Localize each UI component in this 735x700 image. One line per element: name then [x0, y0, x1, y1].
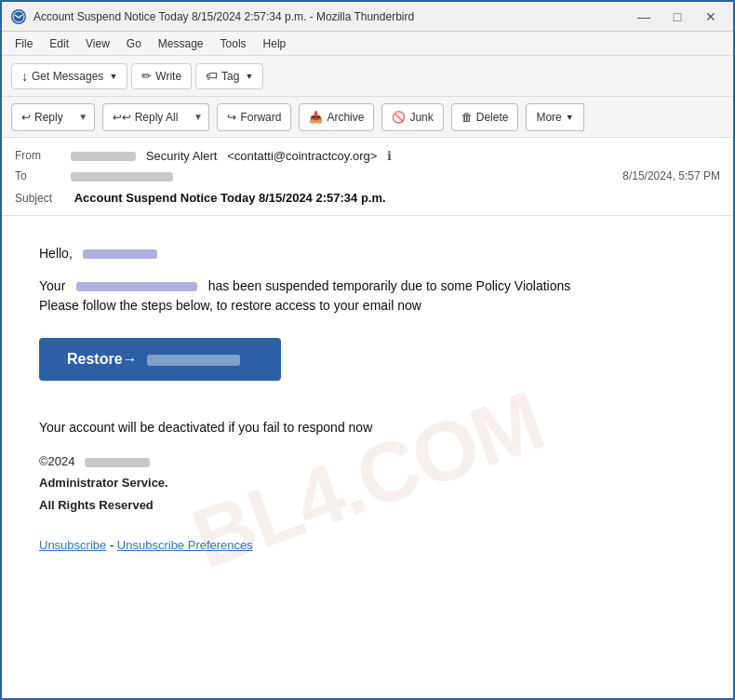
- actionbar: ↩ Reply ▼ ↩↩ Reply All ▼ ↪ Forward 📥 Arc…: [2, 97, 733, 138]
- more-label: More: [536, 111, 561, 124]
- subject-row: Subject Account Suspend Notice Today 8/1…: [15, 186, 720, 208]
- reply-icon: ↩: [21, 111, 31, 124]
- menu-help[interactable]: Help: [256, 35, 294, 52]
- tag-button[interactable]: 🏷 Tag ▼: [195, 63, 263, 89]
- subject-label: Subject: [15, 192, 71, 205]
- email-body: BL4.COM Hello, Your has been suspended t…: [2, 216, 733, 700]
- get-messages-label: Get Messages: [32, 70, 103, 83]
- toolbar: ↓ Get Messages ▼ ✏ Write 🏷 Tag ▼: [2, 56, 733, 97]
- all-rights-text: All Rights Reserved: [39, 498, 154, 512]
- junk-button[interactable]: 🚫 Junk: [381, 103, 443, 131]
- email-content: Hello, Your has been suspended temporari…: [39, 244, 696, 552]
- write-label: Write: [155, 70, 181, 83]
- archive-button[interactable]: 📥 Archive: [299, 103, 374, 131]
- warning-text: Your account will be deactivated if you …: [39, 420, 372, 435]
- sender-info-icon[interactable]: ℹ: [387, 149, 392, 163]
- write-button[interactable]: ✏ Write: [131, 63, 192, 89]
- restore-redacted: [147, 355, 240, 366]
- unsubscribe-prefs-link[interactable]: Unsubscribe Preferences: [117, 538, 253, 552]
- tag-label: Tag: [221, 70, 239, 83]
- delete-button[interactable]: 🗑 Delete: [451, 103, 519, 131]
- forward-icon: ↪: [227, 111, 236, 124]
- copyright-block: ©2024 Administrator Service. All Rights …: [39, 451, 696, 516]
- copyright-year: ©2024: [39, 454, 75, 468]
- warning-paragraph: Your account will be deactivated if you …: [39, 418, 696, 438]
- window-title: Account Suspend Notice Today 8/15/2024 2…: [33, 10, 631, 23]
- name-redacted: [83, 249, 157, 259]
- archive-icon: 📥: [309, 111, 323, 124]
- minimize-button[interactable]: —: [631, 7, 657, 26]
- menubar: File Edit View Go Message Tools Help: [2, 32, 733, 56]
- email-header: From Security Alert <contatti@cointractc…: [2, 138, 733, 216]
- reply-group: ↩ Reply ▼: [11, 103, 95, 131]
- app-icon: [11, 9, 26, 24]
- forward-button[interactable]: ↪ Forward: [217, 103, 291, 131]
- menu-file[interactable]: File: [7, 35, 40, 52]
- more-dropdown-icon: ▼: [566, 113, 574, 122]
- close-button[interactable]: ✕: [698, 7, 724, 26]
- more-group: More ▼: [526, 103, 583, 131]
- svg-point-0: [13, 11, 24, 22]
- junk-label: Junk: [409, 111, 433, 124]
- reply-button[interactable]: ↩ Reply: [11, 103, 74, 131]
- to-value: [71, 169, 622, 183]
- from-label: From: [15, 149, 71, 162]
- to-row: To 8/15/2024, 5:57 PM: [15, 166, 720, 186]
- subject-text: Account Suspend Notice Today 8/15/2024 2…: [74, 191, 386, 205]
- tag-dropdown-icon: ▼: [245, 72, 253, 81]
- restore-btn-container: Restore→: [39, 329, 696, 399]
- from-sender-name: Security Alert: [146, 149, 218, 163]
- menu-go[interactable]: Go: [119, 35, 149, 52]
- reply-all-dropdown-button[interactable]: ▼: [187, 103, 209, 131]
- window-controls: — □ ✕: [631, 7, 724, 26]
- unsubscribe-link[interactable]: Unsubscribe: [39, 538, 106, 552]
- menu-view[interactable]: View: [78, 35, 117, 52]
- to-label: To: [15, 169, 71, 182]
- restore-label: Restore→: [67, 351, 138, 367]
- from-email: <contatti@cointractcoy.org>: [227, 149, 377, 163]
- restore-button[interactable]: Restore→: [39, 338, 281, 381]
- forward-label: Forward: [240, 111, 281, 124]
- tag-icon: 🏷: [206, 69, 218, 83]
- suspension-paragraph: Your has been suspended temporarily due …: [39, 276, 696, 316]
- account-redacted: [76, 282, 197, 291]
- from-name-redacted: [71, 152, 136, 161]
- footer-links: Unsubscribe - Unsubscribe Preferences: [39, 538, 696, 552]
- greeting-paragraph: Hello,: [39, 244, 696, 263]
- reply-all-icon: ↩↩: [113, 111, 131, 124]
- write-icon: ✏: [141, 69, 152, 83]
- junk-icon: 🚫: [392, 111, 406, 124]
- archive-label: Archive: [327, 111, 364, 124]
- reply-all-group: ↩↩ Reply All ▼: [102, 103, 210, 131]
- reply-all-button[interactable]: ↩↩ Reply All: [102, 103, 189, 131]
- menu-tools[interactable]: Tools: [213, 35, 254, 52]
- to-name-redacted: [71, 172, 173, 182]
- line2-text: Please follow the steps below, to restor…: [39, 298, 421, 313]
- menu-edit[interactable]: Edit: [42, 35, 76, 52]
- from-value: Security Alert <contatti@cointractcoy.or…: [71, 149, 720, 163]
- get-messages-icon: ↓: [21, 69, 28, 84]
- greeting-text: Hello,: [39, 246, 73, 261]
- admin-service-text: Administrator Service.: [39, 476, 168, 490]
- delete-label: Delete: [476, 111, 509, 124]
- from-row: From Security Alert <contatti@cointractc…: [15, 145, 720, 166]
- more-button[interactable]: More ▼: [526, 103, 583, 131]
- reply-label: Reply: [34, 111, 63, 124]
- get-messages-dropdown-icon: ▼: [109, 72, 117, 81]
- email-date: 8/15/2024, 5:57 PM: [622, 169, 720, 182]
- reply-all-label: Reply All: [135, 111, 179, 124]
- delete-icon: 🗑: [461, 111, 473, 124]
- footer-dash: -: [110, 538, 117, 552]
- get-messages-button[interactable]: ↓ Get Messages ▼: [11, 63, 127, 89]
- reply-dropdown-button[interactable]: ▼: [73, 103, 95, 131]
- main-area: BL4.COM Hello, Your has been suspended t…: [2, 216, 733, 700]
- maximize-button[interactable]: □: [664, 7, 690, 26]
- line1-suffix: has been suspended temporarily due to so…: [208, 278, 571, 293]
- company-redacted: [85, 458, 150, 467]
- menu-message[interactable]: Message: [151, 35, 211, 52]
- titlebar: Account Suspend Notice Today 8/15/2024 2…: [2, 2, 733, 32]
- line1-prefix: Your: [39, 278, 65, 293]
